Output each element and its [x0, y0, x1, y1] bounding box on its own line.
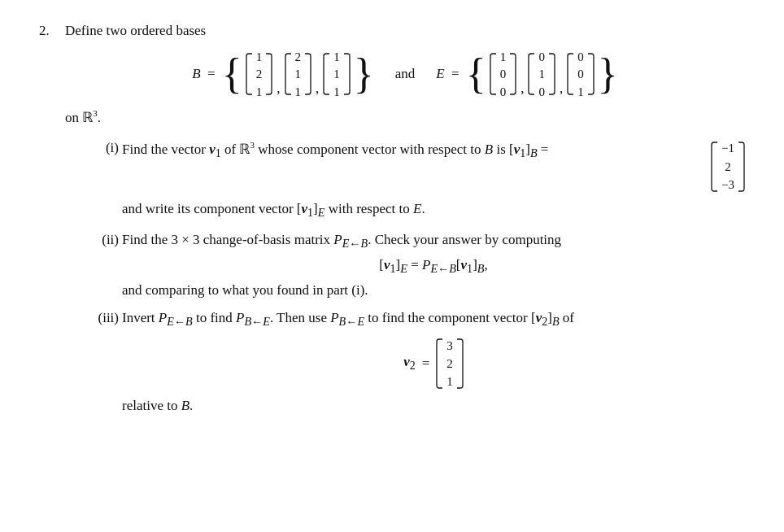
part-ii-content: Find the 3 × 3 change-of-basis matrix PE…	[122, 232, 745, 299]
v1-col-vector: −1 2 −3	[711, 138, 745, 194]
part-i-main-line: Find the vector v1 of ℝ3 whose component…	[122, 140, 745, 194]
part-i-subtext: and write its component vector [v1]E wit…	[122, 201, 745, 220]
right-bracket-B3	[343, 53, 351, 95]
part-i-label-row: (i) Find the vector v1 of ℝ3 whose compo…	[85, 140, 745, 220]
v2-r3: 1	[446, 373, 453, 390]
E-col1-vals: 1 0 0	[498, 47, 509, 102]
and-word: and	[395, 66, 416, 82]
basis-E-inner: 1 0 0 , 0 1	[490, 47, 595, 102]
part-ii-label-row: (ii) Find the 3 × 3 change-of-basis matr…	[85, 232, 745, 299]
left-bracket-B3	[323, 53, 330, 95]
problem-number: 2.	[39, 23, 65, 39]
B-col3-r2: 1	[333, 66, 340, 82]
part-ii-center-eq: [v1]E = PE←B[v1]B,	[122, 257, 745, 276]
E-col3-vals: 0 0 1	[575, 47, 586, 102]
E-col1-r2: 0	[500, 66, 507, 82]
basis-B-equals: =	[204, 66, 219, 82]
v2-r1: 3	[446, 338, 453, 354]
B-col1-r1: 1	[256, 49, 263, 65]
v1-bold: v	[209, 142, 216, 157]
B-col1-r2: 2	[256, 66, 263, 82]
B-col2: 2 1 1	[285, 47, 312, 102]
right-bracket-E1	[509, 53, 516, 95]
E-col1: 1 0 0	[490, 47, 517, 102]
E-col2-r2: 1	[538, 66, 545, 82]
E-col3: 0 0 1	[567, 47, 595, 102]
E-col1-r1: 1	[500, 49, 507, 65]
right-bracket-E3	[587, 53, 595, 95]
left-bracket-v2	[436, 338, 443, 389]
on-r3-text: on ℝ3.	[65, 108, 745, 126]
right-big-brace-B: }	[354, 53, 374, 95]
v2-vals: 3 2 1	[444, 336, 455, 392]
part-i-num: (i)	[85, 140, 119, 156]
basis-B-label: B	[192, 66, 200, 82]
part-iii-content: Invert PE←B to find PB←E. Then use PB←E …	[122, 310, 745, 414]
bases-line: B = { 1 2 1	[65, 47, 745, 102]
v2-display-line: v2 = 3 2 1	[122, 336, 745, 392]
left-bracket-E3	[567, 53, 574, 95]
v2-label: v2	[403, 354, 416, 373]
part-ii: (ii) Find the 3 × 3 change-of-basis matr…	[85, 232, 745, 299]
part-iii-num: (iii)	[85, 310, 119, 326]
B-col2-r2: 1	[295, 66, 302, 82]
left-bracket-E2	[528, 53, 535, 95]
parts-container: (i) Find the vector v1 of ℝ3 whose compo…	[85, 140, 745, 414]
part-iii-text: Invert PE←B to find PB←E. Then use PB←E …	[122, 310, 574, 325]
v1-vals: −1 2 −3	[719, 138, 737, 194]
left-bracket-B1	[246, 53, 253, 95]
v2-col-vector: 3 2 1	[436, 336, 464, 392]
v2-r2: 2	[446, 355, 453, 372]
B-col1-r3: 1	[256, 84, 263, 100]
part-ii-text: Find the 3 × 3 change-of-basis matrix PE…	[122, 232, 561, 247]
part-iii: (iii) Invert PE←B to find PB←E. Then use…	[85, 310, 745, 414]
E-col2-vals: 0 1 0	[536, 47, 547, 102]
E-col3-r1: 0	[577, 49, 584, 65]
problem-container: 2. Define two ordered bases B = { 1	[39, 23, 745, 425]
part-ii-num: (ii)	[85, 232, 119, 248]
B-col3: 1 1 1	[323, 47, 351, 102]
right-bracket-B1	[265, 53, 272, 95]
B-col2-vals: 2 1 1	[293, 47, 304, 102]
E-col2: 0 1 0	[528, 47, 555, 102]
part-i-text-block: Find the vector v1 of ℝ3 whose component…	[122, 140, 704, 160]
part-i: (i) Find the vector v1 of ℝ3 whose compo…	[85, 140, 745, 220]
problem-number-row: 2. Define two ordered bases B = { 1	[39, 23, 745, 425]
intro-text: Define two ordered bases	[65, 23, 745, 39]
left-big-brace-E: {	[466, 53, 486, 95]
basis-B-expr: B = { 1 2 1	[192, 47, 373, 102]
B-col3-r3: 1	[333, 84, 340, 100]
v2-equals: =	[422, 355, 430, 372]
v1-r3: −3	[721, 177, 734, 193]
left-big-brace-B: {	[222, 53, 242, 95]
v1-sub: 1	[216, 146, 221, 159]
part-i-content: Find the vector v1 of ℝ3 whose component…	[122, 140, 745, 220]
part-ii-compare-text: and comparing to what you found in part …	[122, 282, 745, 299]
E-col2-r1: 0	[538, 49, 545, 65]
comma1: ,	[277, 81, 280, 100]
v1-r2: 2	[725, 159, 731, 175]
basis-E-label: E	[436, 66, 444, 82]
right-bracket-E2	[548, 53, 555, 95]
left-bracket-E1	[490, 53, 497, 95]
E-col2-r3: 0	[538, 84, 545, 100]
left-bracket-B2	[285, 53, 292, 95]
B-col3-r1: 1	[333, 49, 340, 65]
E-col3-r2: 0	[577, 66, 584, 82]
comma3: ,	[520, 81, 524, 100]
E-col1-r3: 0	[500, 84, 507, 100]
left-bracket-v1	[711, 142, 718, 192]
E-col3-r3: 1	[577, 84, 584, 100]
comma4: ,	[560, 81, 563, 100]
B-col2-r1: 2	[295, 49, 302, 65]
right-bracket-v2	[456, 338, 464, 389]
right-bracket-v1	[738, 142, 745, 192]
part-iii-label-row: (iii) Invert PE←B to find PB←E. Then use…	[85, 310, 745, 414]
B-col2-r3: 1	[295, 84, 302, 100]
right-big-brace-E: }	[598, 53, 618, 95]
right-bracket-B2	[304, 53, 311, 95]
part-i-text1: Find the vector v1 of ℝ3 whose component…	[122, 142, 548, 157]
B-col1-vals: 1 2 1	[254, 47, 265, 102]
B-col1: 1 2 1	[246, 47, 273, 102]
comma2: ,	[316, 81, 319, 100]
